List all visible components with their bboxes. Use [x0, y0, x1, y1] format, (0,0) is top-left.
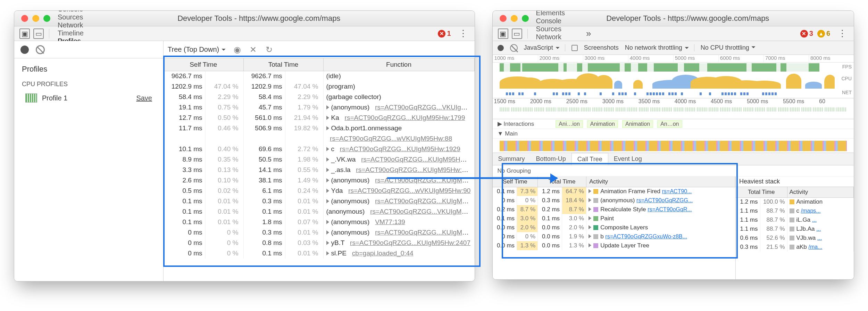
error-count[interactable]: ✕3: [800, 30, 813, 38]
profile-item[interactable]: Profile 1 Save: [22, 92, 156, 104]
source-link[interactable]: ...: [817, 235, 822, 241]
table-row[interactable]: 0.5 ms0.02 %6.1 ms0.24 %Yda rs=ACT90oGqR…: [164, 186, 474, 196]
view-mode-dropdown[interactable]: Tree (Top Down): [168, 46, 226, 54]
device-icon[interactable]: ▭: [33, 28, 44, 39]
table-row[interactable]: rs=ACT90oGqRZGG...wVKUIgM95Hw:88: [164, 133, 474, 144]
col-selftime[interactable]: Self Time: [164, 58, 243, 71]
timeline-ruler[interactable]: 1500 ms2000 ms2500 ms3000 ms3500 ms4000 …: [493, 98, 854, 119]
calltree-row[interactable]: 0.2 ms8.7 %0.2 ms8.7 %Recalculate Style …: [493, 205, 735, 214]
heavystack-row[interactable]: 1.2 ms100.0 %Animation: [736, 197, 854, 206]
table-row[interactable]: 1202.9 ms47.04 %1202.9 ms47.04 %(program…: [164, 81, 474, 92]
bottom-tab-call-tree[interactable]: Call Tree: [571, 153, 608, 165]
table-row[interactable]: 19.1 ms0.75 %45.7 ms1.79 %(anonymous) rs…: [164, 102, 474, 113]
heavystack-row[interactable]: 1.1 ms88.7 %iL.Ga ...: [736, 215, 854, 224]
bottom-tab-event-log[interactable]: Event Log: [608, 153, 648, 165]
source-link[interactable]: VM77:139: [375, 218, 405, 226]
tab-sources[interactable]: Sources: [53, 13, 97, 21]
calltree-row[interactable]: 0.0 ms1.3 %0.0 ms1.3 %Update Layer Tree: [493, 241, 735, 250]
inspect-icon[interactable]: ▣: [498, 28, 508, 39]
source-link[interactable]: rs=ACT90oGqRZGG...KUIgM95Hw:1929: [340, 145, 460, 153]
source-link[interactable]: /maps...: [801, 208, 821, 214]
source-link[interactable]: rs=ACT90oGqRZGGxuWo-z8B...: [605, 234, 687, 239]
calltree-row[interactable]: 0 ms0 %0.0 ms1.9 %b rs=ACT90oGqRZGGxuWo-…: [493, 232, 735, 241]
device-icon[interactable]: ▭: [512, 28, 522, 39]
tab-console[interactable]: Console: [53, 10, 97, 13]
warning-count[interactable]: ▲6: [817, 30, 830, 38]
source-link[interactable]: rs=ACT90oGqRZGG...KUIgM95Hw:2408: [375, 229, 474, 236]
focus-icon[interactable]: ◉: [232, 45, 242, 55]
source-link[interactable]: rs=ACT90oGqRZGG...KUIgM95Hw:1176: [375, 197, 474, 205]
source-link[interactable]: /ma...: [809, 244, 823, 250]
calltree-row[interactable]: 0.1 ms7.3 %1.2 ms64.7 %Animation Frame F…: [493, 187, 735, 196]
animation-span[interactable]: Ani…ion: [556, 120, 583, 128]
tab-timeline[interactable]: Timeline: [53, 29, 97, 37]
source-link[interactable]: rs=ACT90oGqRZGG...KUIgM95Hw:1799: [345, 114, 465, 121]
close-icon[interactable]: [500, 15, 507, 22]
inspect-icon[interactable]: ▣: [19, 28, 30, 39]
source-link[interactable]: ...: [816, 226, 821, 232]
table-row[interactable]: 0.1 ms0.01 %0.3 ms0.01 %(anonymous) rs=A…: [164, 196, 474, 206]
calltree-row[interactable]: 0.1 ms3.0 %0.1 ms3.0 %Paint: [493, 214, 735, 223]
source-link[interactable]: rs=ACT90oGqRZGG...KUIgM95Hw:2407: [350, 239, 470, 246]
animation-span[interactable]: Animation: [622, 120, 653, 128]
table-row[interactable]: 58.4 ms2.29 %58.4 ms2.29 %(garbage colle…: [164, 92, 474, 102]
table-row[interactable]: 3.3 ms0.13 %14.1 ms0.55 %_.as.la rs=ACT9…: [164, 165, 474, 175]
tab-network[interactable]: Network: [531, 33, 581, 41]
network-throttle-dropdown[interactable]: No network throttling: [625, 44, 694, 51]
filter-dropdown[interactable]: JavaScript: [524, 44, 565, 51]
source-link[interactable]: ...: [812, 217, 817, 223]
close-icon[interactable]: [21, 15, 28, 22]
tab-network[interactable]: Network: [53, 21, 97, 29]
source-link[interactable]: rs=ACT90oGqRZGG...KUIgM95Hw:1662: [361, 156, 474, 163]
more-icon[interactable]: ⋮: [455, 28, 471, 39]
table-row[interactable]: 0 ms0 %0.3 ms0.01 %(anonymous) rs=ACT90o…: [164, 227, 474, 238]
bottom-tab-summary[interactable]: Summary: [493, 153, 531, 165]
table-row[interactable]: 10.1 ms0.40 %69.6 ms2.72 %c rs=ACT90oGqR…: [164, 144, 474, 154]
table-row[interactable]: 9626.7 ms9626.7 ms(idle): [164, 71, 474, 81]
heavystack-row[interactable]: 1.1 ms88.7 %c /maps...: [736, 206, 854, 215]
cpu-throttle-dropdown[interactable]: No CPU throttling: [701, 44, 756, 51]
minimize-icon[interactable]: [32, 15, 39, 22]
zoom-icon[interactable]: [522, 15, 529, 22]
tab-console[interactable]: Console: [531, 17, 581, 25]
record-icon[interactable]: [498, 45, 504, 51]
track-main[interactable]: ▼ Main: [493, 129, 854, 139]
table-row[interactable]: 12.7 ms0.50 %561.0 ms21.94 %Ka rs=ACT90o…: [164, 113, 474, 123]
calltree-row[interactable]: 0.0 ms2.0 %0.0 ms2.0 %Composite Layers: [493, 223, 735, 232]
source-link[interactable]: rs=ACT90oGqRZGG...wVKUIgM95Hw:90: [348, 187, 470, 194]
bottom-tab-bottom-up[interactable]: Bottom-Up: [531, 153, 571, 165]
tab-elements[interactable]: Elements: [531, 10, 581, 17]
screenshots-checkbox[interactable]: [571, 45, 578, 51]
col-totaltime[interactable]: Total Time: [243, 58, 323, 71]
col-function[interactable]: Function: [323, 58, 474, 71]
track-interactions[interactable]: ▶ Interactions Ani…ionAnimationAnimation…: [493, 119, 854, 129]
source-link[interactable]: rs=ACT90oGqRZGG...wVKUIgM95Hw:88: [330, 135, 452, 142]
source-link[interactable]: rs=ACT90oGqRZGG...VKUIgM95Hw:126: [375, 104, 474, 111]
grouping-dropdown[interactable]: No Grouping: [493, 165, 854, 177]
calltree-row[interactable]: 0 ms0 %0.3 ms18.4 %(anonymous) rs=ACT90o…: [493, 196, 735, 205]
zoom-icon[interactable]: [43, 15, 50, 22]
heavystack-row[interactable]: 0.3 ms21.5 %aKb /ma...: [736, 243, 854, 252]
tab-sources[interactable]: Sources: [531, 25, 581, 33]
table-row[interactable]: 0 ms0 %0.8 ms0.03 %yB.T rs=ACT90oGqRZGG.…: [164, 238, 474, 248]
animation-span[interactable]: Animation: [587, 120, 618, 128]
source-link[interactable]: rs=ACT90oGqRZGG...KUIgM95Hw:1483: [356, 166, 474, 173]
source-link[interactable]: rs=ACT90...: [662, 188, 692, 194]
refresh-icon[interactable]: ↻: [264, 45, 274, 55]
delete-icon[interactable]: ✕: [248, 45, 258, 55]
heavystack-row[interactable]: 0.6 ms52.6 %VJb.wa ...: [736, 234, 854, 243]
source-link[interactable]: rs=ACT90oGqRZGG...VKUIgM95Hw:679: [370, 208, 474, 215]
table-row[interactable]: 11.7 ms0.46 %506.9 ms19.82 %Oda.b.port1.…: [164, 123, 474, 133]
table-row[interactable]: 0 ms0 %0.1 ms0.01 %sl.PE cb=gapi.loaded_…: [164, 248, 474, 259]
table-row[interactable]: 0.1 ms0.01 %0.1 ms0.01 %(anonymous) rs=A…: [164, 206, 474, 217]
overflow-icon[interactable]: »: [583, 28, 594, 39]
table-row[interactable]: 2.6 ms0.10 %38.1 ms1.49 %(anonymous) rs=…: [164, 175, 474, 186]
heavystack-row[interactable]: 1.1 ms88.7 %LJb.Aa ...: [736, 224, 854, 234]
record-icon[interactable]: [20, 46, 29, 54]
source-link[interactable]: rs=ACT90oGqRZGG...: [636, 197, 693, 203]
overview-strip[interactable]: 1000 ms2000 ms3000 ms4000 ms5000 ms6000 …: [493, 55, 854, 98]
table-row[interactable]: 0.1 ms0.01 %1.8 ms0.07 %(anonymous) VM77…: [164, 217, 474, 227]
animation-span[interactable]: An…on: [657, 120, 682, 128]
save-link[interactable]: Save: [136, 94, 152, 102]
flame-chart[interactable]: [493, 139, 854, 153]
